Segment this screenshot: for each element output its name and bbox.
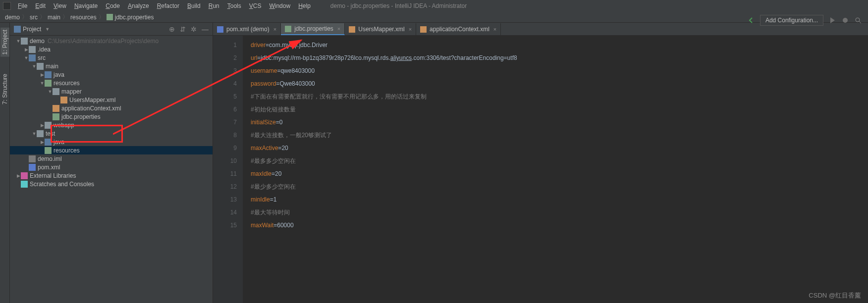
tree-applicationContext.xml[interactable]: applicationContext.xml bbox=[10, 104, 213, 112]
menu-build[interactable]: Build bbox=[183, 1, 205, 10]
code[interactable]: driver=com.mysql.jdbc.Driverurl=jdbc:mys… bbox=[243, 36, 868, 303]
search-icon[interactable] bbox=[854, 16, 862, 24]
code-line-5[interactable]: #下面在有需要配置就行，没有需要不用记那么多，用的话过来复制 bbox=[251, 90, 868, 103]
code-line-10[interactable]: #最多多少空闲在 bbox=[251, 154, 868, 167]
tree-External Libraries[interactable]: ▶External Libraries bbox=[10, 171, 213, 180]
code-line-11[interactable]: maxIdle=20 bbox=[251, 167, 868, 180]
crumb-demo[interactable]: demo bbox=[5, 14, 20, 21]
menu-run[interactable]: Run bbox=[205, 1, 223, 10]
tree-test[interactable]: ▼test bbox=[10, 129, 213, 138]
code-line-12[interactable]: #最少多少空闲在 bbox=[251, 180, 868, 193]
tree-webapp[interactable]: ▶webapp bbox=[10, 121, 213, 129]
tree-.idea[interactable]: ▶.idea bbox=[10, 45, 213, 53]
crumb-jdbc.properties[interactable]: jdbc.properties bbox=[107, 14, 154, 21]
code-line-7[interactable]: initialSize=0 bbox=[251, 116, 868, 129]
menu-refactor[interactable]: Refactor bbox=[153, 1, 183, 10]
svg-point-0 bbox=[843, 18, 848, 23]
folder-src-icon bbox=[29, 54, 36, 61]
tree-mapper[interactable]: ▼mapper bbox=[10, 87, 213, 96]
folder-icon bbox=[29, 46, 36, 53]
folder-src-icon bbox=[45, 71, 52, 78]
tree-demo[interactable]: ▼demoC:\Users\Administrator\IdeaProjects… bbox=[10, 37, 213, 45]
left-gutter: 1: Project 7: Structure bbox=[0, 23, 10, 303]
file-xml-icon bbox=[60, 97, 67, 103]
tree-java[interactable]: ▶java bbox=[10, 138, 213, 146]
tab-jdbc.properties[interactable]: jdbc.properties× bbox=[281, 23, 345, 35]
tab-UsersMapper.xml[interactable]: UsersMapper.xml× bbox=[345, 23, 416, 35]
target-icon[interactable]: ⊕ bbox=[169, 25, 175, 33]
scratch-icon bbox=[21, 181, 28, 188]
code-line-3[interactable]: username=qwe8403000 bbox=[251, 64, 868, 77]
code-line-13[interactable]: minIdle=1 bbox=[251, 193, 868, 206]
svg-line-2 bbox=[859, 21, 861, 23]
libs-icon bbox=[21, 172, 28, 179]
project-tree[interactable]: ▼demoC:\Users\Administrator\IdeaProjects… bbox=[10, 36, 213, 303]
menu-help[interactable]: Help bbox=[294, 1, 315, 10]
close-icon[interactable]: × bbox=[337, 26, 340, 32]
run-icon[interactable] bbox=[828, 16, 836, 24]
folder-src-icon bbox=[45, 139, 52, 146]
side-tab-structure[interactable]: 7: Structure bbox=[0, 72, 9, 106]
code-line-1[interactable]: driver=com.mysql.jdbc.Driver bbox=[251, 39, 868, 51]
project-panel-title[interactable]: Project▼ bbox=[14, 26, 169, 33]
folder-res-icon bbox=[45, 147, 52, 154]
close-icon[interactable]: × bbox=[493, 26, 496, 32]
tree-UsersMapper.xml[interactable]: UsersMapper.xml bbox=[10, 96, 213, 104]
code-line-2[interactable]: url=jdbc:mysql://rm-bp1zq3879r28p726lco.… bbox=[251, 51, 868, 64]
crumb-resources[interactable]: resources bbox=[70, 14, 97, 21]
file-prop-icon bbox=[285, 26, 291, 32]
close-icon[interactable]: × bbox=[273, 26, 276, 32]
menu-edit[interactable]: Edit bbox=[31, 1, 50, 10]
close-icon[interactable]: × bbox=[409, 26, 412, 32]
tree-main[interactable]: ▼main bbox=[10, 62, 213, 70]
tree-Scratches and Consoles[interactable]: Scratches and Consoles bbox=[10, 180, 213, 188]
editor-area: pom.xml (demo)×jdbc.properties×UsersMapp… bbox=[213, 23, 868, 303]
project-icon bbox=[14, 26, 21, 33]
menu-file[interactable]: File bbox=[14, 1, 31, 10]
menu-window[interactable]: Window bbox=[265, 1, 294, 10]
folder-icon bbox=[53, 88, 59, 95]
debug-icon[interactable] bbox=[841, 16, 849, 24]
editor[interactable]: 123456789101112131415 driver=com.mysql.j… bbox=[213, 36, 868, 303]
tree-demo.iml[interactable]: demo.iml bbox=[10, 154, 213, 163]
tree-resources[interactable]: ▼resources bbox=[10, 79, 213, 87]
crumb-src[interactable]: src bbox=[30, 14, 38, 21]
menu-vcs[interactable]: VCS bbox=[245, 1, 266, 10]
crumb-main[interactable]: main bbox=[48, 14, 60, 21]
code-line-14[interactable]: #最大等待时间 bbox=[251, 206, 868, 219]
file-prop-icon bbox=[53, 113, 59, 120]
tab-pom.xml (demo)[interactable]: pom.xml (demo)× bbox=[213, 23, 281, 35]
folder-icon bbox=[45, 122, 52, 129]
file-pom-icon bbox=[217, 26, 223, 33]
tree-java[interactable]: ▶java bbox=[10, 70, 213, 79]
collapse-icon[interactable]: ⇵ bbox=[180, 25, 186, 33]
code-line-6[interactable]: #初始化链接数量 bbox=[251, 103, 868, 116]
add-configuration-button[interactable]: Add Configuration... bbox=[760, 15, 823, 26]
code-line-4[interactable]: password=Qwe8403000 bbox=[251, 77, 868, 90]
tree-src[interactable]: ▼src bbox=[10, 53, 213, 62]
settings-icon[interactable]: ✲ bbox=[191, 25, 197, 33]
hide-icon[interactable]: — bbox=[202, 25, 209, 33]
code-line-8[interactable]: #最大连接数，一般20够测试了 bbox=[251, 129, 868, 142]
tree-resources[interactable]: resources bbox=[10, 146, 213, 154]
file-pom-icon bbox=[29, 164, 36, 171]
menu-tools[interactable]: Tools bbox=[223, 1, 245, 10]
tree-pom.xml[interactable]: pom.xml bbox=[10, 163, 213, 171]
menu-view[interactable]: View bbox=[50, 1, 70, 10]
folder-icon bbox=[37, 63, 44, 70]
menu-code[interactable]: Code bbox=[102, 1, 124, 10]
toolbar-right: Add Configuration... bbox=[747, 15, 862, 26]
project-panel: Project▼ ⊕ ⇵ ✲ — ▼demoC:\Users\Administr… bbox=[10, 23, 213, 303]
back-icon[interactable] bbox=[747, 16, 755, 24]
side-tab-project[interactable]: 1: Project bbox=[0, 28, 9, 57]
file-iml-icon bbox=[29, 155, 36, 162]
menu-navigate[interactable]: Navigate bbox=[70, 1, 102, 10]
project-panel-header: Project▼ ⊕ ⇵ ✲ — bbox=[10, 23, 213, 36]
code-line-15[interactable]: maxWait=60000 bbox=[251, 219, 868, 232]
tab-applicationContext.xml[interactable]: applicationContext.xml× bbox=[416, 23, 501, 35]
code-line-9[interactable]: maxActive=20 bbox=[251, 142, 868, 154]
gutter: 123456789101112131415 bbox=[213, 36, 243, 303]
folder-res-icon bbox=[45, 80, 52, 87]
menu-analyze[interactable]: Analyze bbox=[124, 1, 153, 10]
tree-jdbc.properties[interactable]: jdbc.properties bbox=[10, 112, 213, 121]
